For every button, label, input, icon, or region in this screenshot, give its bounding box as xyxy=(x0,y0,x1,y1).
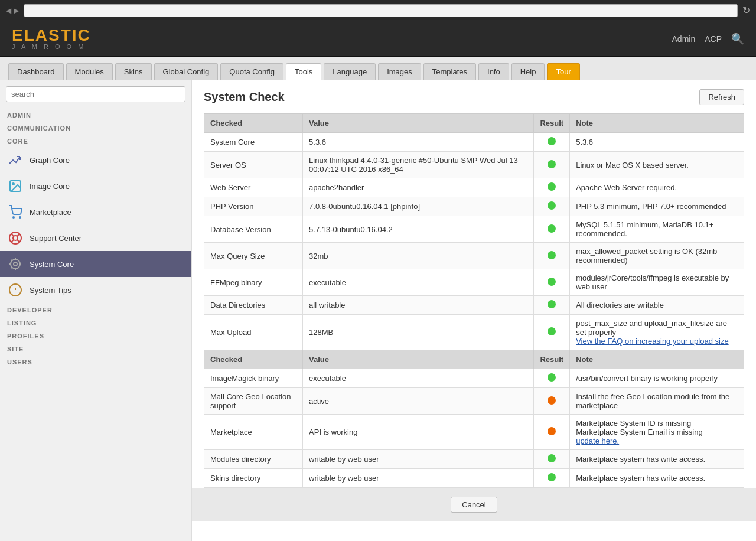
green-dot xyxy=(548,473,556,481)
svg-line-11 xyxy=(11,240,14,242)
logo: ELASTIC J A M R O O M xyxy=(12,27,91,50)
cell-result xyxy=(534,469,570,488)
cell-result xyxy=(534,178,570,197)
sidebar-item-marketplace[interactable]: Marketplace xyxy=(0,199,191,225)
marketplace-icon xyxy=(7,204,24,220)
sidebar-section-admin: ADMIN xyxy=(0,108,191,121)
graph-icon xyxy=(7,152,24,168)
nav-tab-global-config[interactable]: Global Config xyxy=(154,63,219,80)
refresh-button[interactable]: Refresh xyxy=(699,89,744,105)
sidebar-item-system-tips[interactable]: System Tips xyxy=(0,277,191,303)
cell-checked: Skins directory xyxy=(204,469,303,488)
nav-tab-quota-config[interactable]: Quota Config xyxy=(220,63,284,80)
address-bar[interactable]: jr501.hostsaba.com/core/system_check xyxy=(24,4,738,17)
sidebar: ADMINCOMMUNICATIONCOREGraph CoreImage Co… xyxy=(0,80,192,541)
sidebar-item-label: Graph Core xyxy=(30,156,70,165)
nav-tab-dashboard[interactable]: Dashboard xyxy=(8,63,64,80)
admin-link[interactable]: Admin xyxy=(672,34,696,44)
nav-tab-language[interactable]: Language xyxy=(324,63,376,80)
sidebar-item-system-core[interactable]: System Core xyxy=(0,251,191,277)
table-row: FFMpeg binaryexecutablemodules/jrCore/to… xyxy=(204,269,744,296)
table-subheader-value: Value xyxy=(303,350,534,369)
cell-value: 32mb xyxy=(303,243,534,269)
logo-elastic: ELASTIC xyxy=(12,27,91,44)
cell-checked: Modules directory xyxy=(204,450,303,469)
cell-note: Marketplace system has write access. xyxy=(570,450,744,469)
cancel-button[interactable]: Cancel xyxy=(451,497,497,513)
table-row: Server OSLinux thinkpad 4.4.0-31-generic… xyxy=(204,152,744,178)
search-icon[interactable]: 🔍 xyxy=(731,32,744,45)
system-check-table: CheckedValueResultNoteSystem Core5.3.65.… xyxy=(204,113,744,488)
nav-tab-help[interactable]: Help xyxy=(511,63,545,80)
browser-refresh-button[interactable]: ↻ xyxy=(742,5,750,16)
nav-tab-tour[interactable]: Tour xyxy=(547,63,579,80)
search-input[interactable] xyxy=(6,86,185,102)
sidebar-item-label: Marketplace xyxy=(30,208,71,217)
sidebar-item-image-core[interactable]: Image Core xyxy=(0,173,191,199)
cell-checked: Data Directories xyxy=(204,296,303,315)
cell-note: Linux or Mac OS X based server. xyxy=(570,152,744,178)
main-content: System Check Refresh CheckedValueResultN… xyxy=(192,80,756,541)
sidebar-item-support-center[interactable]: Support Center xyxy=(0,225,191,251)
table-header-value: Value xyxy=(303,114,534,133)
cell-note: Install the free Geo Location module fro… xyxy=(570,388,744,415)
table-header-checked: Checked xyxy=(204,114,303,133)
table-subheader-note: Note xyxy=(570,350,744,369)
cell-value: executable xyxy=(303,269,534,296)
sidebar-item-graph-core[interactable]: Graph Core xyxy=(0,147,191,173)
cell-checked: Server OS xyxy=(204,152,303,178)
note-link[interactable]: View the FAQ on increasing your upload s… xyxy=(576,337,728,346)
nav-tab-skins[interactable]: Skins xyxy=(115,63,152,80)
sidebar-section-core: CORE xyxy=(0,134,191,147)
cell-result xyxy=(534,133,570,152)
table-row: MarketplaceAPI is workingMarketplace Sys… xyxy=(204,415,744,450)
cell-note: PHP 5.3 minimum, PHP 7.0+ recommended xyxy=(570,197,744,216)
cell-value: apache2handler xyxy=(303,178,534,197)
cell-note: MySQL 5.1.51 minimum, MariaDB 10.1+ reco… xyxy=(570,216,744,243)
nav-tab-info[interactable]: Info xyxy=(478,63,509,80)
green-dot xyxy=(548,327,556,335)
sidebar-section-developer: DEVELOPER xyxy=(0,303,191,316)
note-link[interactable]: update here. xyxy=(576,436,619,445)
logo-jamroom: J A M R O O M xyxy=(12,44,91,50)
cell-checked: ImageMagick binary xyxy=(204,369,303,388)
cell-note: max_allowed_packet setting is OK (32mb r… xyxy=(570,243,744,269)
nav-tab-modules[interactable]: Modules xyxy=(66,63,113,80)
green-dot xyxy=(548,182,556,191)
table-row: Skins directorywritable by web userMarke… xyxy=(204,469,744,488)
table-row: Database Version5.7.13-0ubuntu0.16.04.2M… xyxy=(204,216,744,243)
table-subheader-result: Result xyxy=(534,350,570,369)
content-header: System Check Refresh xyxy=(204,89,744,105)
green-dot xyxy=(548,278,556,286)
cell-result xyxy=(534,197,570,216)
green-dot xyxy=(548,300,556,308)
cell-checked: PHP Version xyxy=(204,197,303,216)
sidebar-item-label: System Core xyxy=(30,260,74,269)
cell-result xyxy=(534,216,570,243)
table-row: Data Directoriesall writableAll director… xyxy=(204,296,744,315)
cell-checked: Max Query Size xyxy=(204,243,303,269)
nav-tab-templates[interactable]: Templates xyxy=(423,63,476,80)
cell-note: 5.3.6 xyxy=(570,133,744,152)
cell-note: /usr/bin/convert binary is working prope… xyxy=(570,369,744,388)
cell-value: writable by web user xyxy=(303,469,534,488)
cell-result xyxy=(534,388,570,415)
cell-checked: Marketplace xyxy=(204,415,303,450)
table-row: Max Query Size32mbmax_allowed_packet set… xyxy=(204,243,744,269)
nav-tab-images[interactable]: Images xyxy=(378,63,421,80)
sidebar-item-label: Image Core xyxy=(30,182,70,191)
cell-value: API is working xyxy=(303,415,534,450)
sidebar-section-profiles: PROFILES xyxy=(0,329,191,342)
browser-bar: ◀ ▶ jr501.hostsaba.com/core/system_check… xyxy=(0,0,756,21)
nav-tab-tools[interactable]: Tools xyxy=(286,63,321,80)
note-text: post_max_size and upload_max_filesize ar… xyxy=(576,319,727,337)
cell-checked: Web Server xyxy=(204,178,303,197)
green-dot xyxy=(548,454,556,462)
acp-link[interactable]: ACP xyxy=(705,34,722,44)
cell-value: 5.3.6 xyxy=(303,133,534,152)
svg-point-12 xyxy=(14,262,17,266)
content-footer: Cancel xyxy=(192,488,756,521)
green-dot xyxy=(548,160,556,168)
svg-point-5 xyxy=(19,217,21,218)
cell-value: writable by web user xyxy=(303,450,534,469)
